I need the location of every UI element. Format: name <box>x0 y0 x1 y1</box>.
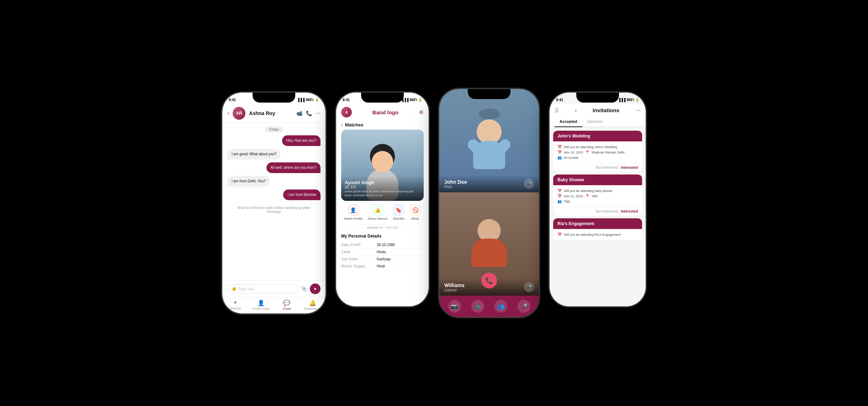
input-placeholder: Type here... <box>238 287 257 291</box>
shower-interested-btn[interactable]: Interested <box>621 209 638 213</box>
wedding-guests: 👥 50 Guests <box>557 155 638 160</box>
phones-container: 9:41 ▐▐▐ WiFi 🔋 ‹ AR Ashna Roy 📹 📞 ⋯ <box>222 89 646 317</box>
detail-dob: Date of birth : 30-10-1980 <box>341 241 424 249</box>
calendar-icon-2: 📅 <box>557 189 562 193</box>
video-call-icon[interactable]: 📹 <box>296 110 302 116</box>
show-interest-label: Show Interest <box>368 217 387 220</box>
send-button[interactable]: ➤ <box>310 283 321 294</box>
invite-list: John's Wedding 📅 Will you be attending J… <box>550 127 646 306</box>
chat-input-field[interactable]: 🙂 Type here... <box>227 285 298 293</box>
shower-not-interested-btn[interactable]: Not Interested <box>596 209 618 213</box>
notch-4 <box>576 93 619 103</box>
tab-accepted[interactable]: Accepted <box>555 116 582 127</box>
match-profile-btn[interactable]: 👤 Match Profile <box>344 204 362 220</box>
invite-title: Invitations <box>593 107 619 113</box>
wedding-question: 📅 Will you be attending John's Wedding <box>557 144 638 150</box>
message-5: I am from Mumbai <box>283 189 321 200</box>
match-back-icon[interactable]: ‹ <box>341 122 343 127</box>
detail-tongue: Mother Tongue : Hindi <box>341 263 424 270</box>
header-left-icons: ☰ <box>555 108 559 113</box>
avatar-ashna: AR <box>233 107 245 120</box>
hamburger-icon[interactable]: ☰ <box>555 108 559 113</box>
wedding-interested-btn[interactable]: Interested <box>621 166 638 170</box>
tab-chats[interactable]: 💬 Chats <box>274 300 300 311</box>
video-toggle-btn[interactable]: 📹 <box>471 300 484 313</box>
host-video-area: John Doe Host 🎤 <box>439 89 539 192</box>
host-hair <box>478 109 500 119</box>
tab-notifications[interactable]: 🔔 Notifications <box>300 300 326 311</box>
band-logo: Band logo <box>352 109 419 115</box>
match-nav[interactable]: ‹ Matches <box>336 120 429 130</box>
wedding-title: John's Wedding <box>557 134 590 139</box>
tab-declined[interactable]: Declined <box>582 116 608 126</box>
shower-card-body: 📅 Will you be attending baby shower 📅 No… <box>553 185 642 207</box>
tab-profile-stats-label: Profile Stats <box>252 307 270 311</box>
detail-subcaste: Sub Caste : Kashyap <box>341 256 424 263</box>
phone-match-screen: 9:41 ▐▐▐ WiFi 🔋 A Band logo ⚙ ‹ Matches <box>336 93 429 306</box>
notch-2 <box>361 93 404 103</box>
show-interest-icon: 👍 <box>372 204 383 216</box>
shortlist-icon: 🔖 <box>393 204 404 216</box>
more-options-icon[interactable]: ⋯ <box>316 110 321 116</box>
shower-actions: Not Interested Interested <box>553 207 642 215</box>
matches-tab-icon: ♥ <box>234 300 237 306</box>
shortlist-btn[interactable]: 🔖 Shortlist <box>393 204 404 220</box>
phone-invitations-screen: 9:41 ▐▐▐ WiFi 🔋 ☰ ‹ Invitations ⋯ Accept… <box>550 93 646 306</box>
tab-chats-label: Chats <box>282 307 291 311</box>
engagement-card-header: Ria's Engagement <box>553 218 642 229</box>
invite-header: ☰ ‹ Invitations ⋯ <box>550 104 646 116</box>
host-overlay: John Doe Host 🎤 <box>439 175 539 192</box>
listener-info: Williams Listener <box>444 282 465 292</box>
tab-notifications-label: Notifications <box>304 307 321 311</box>
end-call-button[interactable]: 📞 <box>481 273 497 288</box>
profile-overlay: Ayushi Singh 28, 5'6" Lorem ipsum dolor … <box>341 176 424 201</box>
brand-avatar: A <box>341 107 352 118</box>
listener-mute-icon: 🎤 <box>524 282 534 292</box>
match-header: A Band logo ⚙ <box>336 104 429 120</box>
head <box>372 151 393 172</box>
phone-call-icon[interactable]: 📞 <box>306 110 312 116</box>
profile-stats-tab-icon: 👤 <box>258 300 265 306</box>
guests-icon-1: 👥 <box>557 156 562 160</box>
wedding-card-body: 📅 Will you be attending John's Wedding 📅… <box>553 141 642 163</box>
location-icon-1: 📍 <box>585 150 589 154</box>
invite-more-icon[interactable]: ⋯ <box>635 107 641 114</box>
block-btn[interactable]: 🚫 Block <box>409 204 421 220</box>
invite-card-johns-wedding: John's Wedding 📅 Will you be attending J… <box>553 131 642 172</box>
chats-tab-icon: 💬 <box>283 300 290 306</box>
listener-role: Listener <box>444 288 465 292</box>
listener-name: Williams <box>444 282 465 288</box>
detail-caste: Caste : Hindu <box>341 249 424 256</box>
message-1: Hey, How are you? <box>282 135 321 146</box>
listener-shirt <box>471 239 507 267</box>
host-role: Host <box>444 185 467 189</box>
invite-back-icon[interactable]: ‹ <box>575 107 577 114</box>
tab-matches[interactable]: ♥ Matches <box>222 300 248 311</box>
mic-toggle-btn[interactable]: 🎤 <box>518 300 530 313</box>
participants-btn[interactable]: 👥 <box>494 300 507 313</box>
phone-match: 9:41 ▐▐▐ WiFi 🔋 A Band logo ⚙ ‹ Matches <box>336 93 429 306</box>
show-interest-btn[interactable]: 👍 Show Interest <box>368 204 387 220</box>
personal-details-title: My Personal Details <box>341 234 424 239</box>
video-bottom-bar: 📷 📹 👥 🎤 <box>439 296 539 317</box>
invite-card-baby-shower: Baby Shower 📅 Will you be attending baby… <box>553 175 642 215</box>
shower-card-header: Baby Shower <box>553 175 642 185</box>
engagement-question: 📅 Will you be attending Ria's Engagement <box>557 232 638 237</box>
bottom-tab-bar: ♥ Matches 👤 Profile Stats 💬 Chats 🔔 Noti… <box>222 297 326 313</box>
tab-profile-stats[interactable]: 👤 Profile Stats <box>248 300 274 311</box>
filter-icon[interactable]: ⚙ <box>419 109 424 115</box>
time-4: 9:41 <box>556 98 563 102</box>
block-icon: 🚫 <box>409 204 421 216</box>
wedding-not-interested-btn[interactable]: Not Interested <box>596 166 618 170</box>
notch-3 <box>468 89 510 99</box>
back-button-1[interactable]: ‹ <box>227 110 229 116</box>
match-screen: 9:41 ▐▐▐ WiFi 🔋 A Band logo ⚙ ‹ Matches <box>336 93 429 306</box>
profile-card: Ayushi Singh 28, 5'6" Lorem ipsum dolor … <box>341 130 424 201</box>
member-id: Member ID : XYZ-123 <box>336 224 429 231</box>
match-profile-label: Match Profile <box>344 217 362 220</box>
invite-card-rias-engagement: Ria's Engagement 📅 Will you be attending… <box>553 218 642 240</box>
guests-icon-2: 👥 <box>557 199 562 203</box>
attachment-icon[interactable]: 📎 <box>301 286 307 292</box>
notch-1 <box>253 93 295 103</box>
camera-switch-btn[interactable]: 📷 <box>448 300 461 313</box>
